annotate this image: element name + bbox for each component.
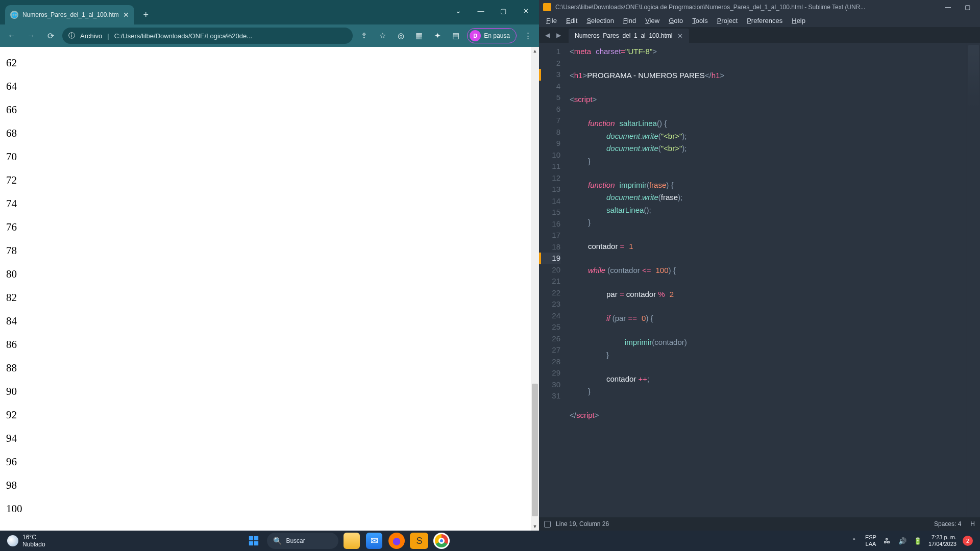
- firefox-button[interactable]: [387, 532, 406, 550]
- maximize-button[interactable]: ▢: [492, 3, 514, 18]
- history-back-icon[interactable]: ◀: [542, 30, 552, 40]
- tab-history-nav: ◀ ▶: [539, 28, 567, 43]
- scroll-up-icon[interactable]: ▲: [531, 47, 539, 55]
- editor-tab[interactable]: Numeros_Pares_del_1_al_100.html ✕: [569, 29, 689, 43]
- tabs-dropdown-icon[interactable]: ⌄: [447, 3, 470, 18]
- mail-app-button[interactable]: ✉: [365, 532, 383, 550]
- line-number[interactable]: 7: [539, 115, 560, 127]
- svg-rect-0: [249, 536, 253, 540]
- weather-widget[interactable]: 16°C Nublado: [0, 534, 45, 548]
- line-number[interactable]: 10: [539, 149, 560, 161]
- menu-tools[interactable]: Tools: [688, 15, 712, 26]
- menu-help[interactable]: Help: [788, 15, 810, 26]
- line-number[interactable]: 16: [539, 218, 560, 230]
- back-button[interactable]: ←: [4, 28, 19, 43]
- minimap[interactable]: [967, 43, 980, 517]
- st-maximize-button[interactable]: ▢: [959, 2, 976, 13]
- language-indicator[interactable]: ESP LAA: [865, 534, 876, 547]
- line-number[interactable]: 13: [539, 184, 560, 195]
- line-number[interactable]: 15: [539, 207, 560, 218]
- code-area[interactable]: <meta charset="UTF-8"> <h1>PROGRAMA - NU…: [566, 43, 967, 517]
- line-number[interactable]: 20: [539, 264, 560, 276]
- browser-tab[interactable]: 🌐 Numeros_Pares_del_1_al_100.htm ✕: [5, 5, 134, 24]
- address-bar[interactable]: ⓘ Archivo | C:/Users/lilbe/Downloads/ONE…: [62, 28, 353, 44]
- menu-find[interactable]: Find: [619, 15, 640, 26]
- line-number[interactable]: 9: [539, 138, 560, 149]
- menu-goto[interactable]: Goto: [665, 15, 687, 26]
- line-gutter[interactable]: 1234567891011121314151617181920212223242…: [539, 43, 566, 517]
- close-window-button[interactable]: ✕: [514, 3, 537, 18]
- taskbar-search[interactable]: 🔍 Buscar: [267, 533, 338, 549]
- minimize-button[interactable]: —: [470, 3, 492, 18]
- profile-button[interactable]: D En pausa: [467, 28, 517, 43]
- history-forward-icon[interactable]: ▶: [553, 30, 564, 40]
- start-button[interactable]: [244, 532, 263, 550]
- bookmark-icon[interactable]: ☆: [375, 29, 389, 43]
- page-scrollbar[interactable]: ▲ ▼: [531, 47, 539, 531]
- status-panel-icon[interactable]: [544, 521, 551, 528]
- share-icon[interactable]: ⇪: [357, 29, 371, 43]
- line-number[interactable]: 5: [539, 92, 560, 104]
- sublime-taskbar-button[interactable]: S: [410, 532, 428, 550]
- editor-tab-close-icon[interactable]: ✕: [677, 32, 683, 40]
- line-number[interactable]: 31: [539, 390, 560, 402]
- line-number[interactable]: 30: [539, 379, 560, 391]
- battery-icon[interactable]: 🔋: [913, 536, 922, 545]
- line-number[interactable]: 17: [539, 230, 560, 241]
- forward-button[interactable]: →: [23, 28, 39, 43]
- page-viewport: 6264666870727476788082848688909294969810…: [0, 47, 539, 531]
- lang-bottom: LAA: [865, 541, 876, 547]
- line-number[interactable]: 8: [539, 127, 560, 138]
- line-number[interactable]: 18: [539, 241, 560, 253]
- st-minimize-button[interactable]: —: [939, 2, 957, 13]
- line-number[interactable]: 25: [539, 321, 560, 333]
- scroll-down-icon[interactable]: ▼: [531, 522, 539, 531]
- svg-rect-1: [254, 536, 258, 540]
- menu-file[interactable]: File: [542, 15, 561, 26]
- file-explorer-button[interactable]: [342, 532, 361, 550]
- extension-icon-1[interactable]: ◎: [394, 29, 408, 43]
- line-number[interactable]: 23: [539, 298, 560, 310]
- line-number[interactable]: 6: [539, 104, 560, 115]
- sidepanel-icon[interactable]: ▤: [449, 29, 463, 43]
- new-tab-button[interactable]: +: [138, 7, 154, 22]
- line-number[interactable]: 3: [539, 69, 560, 81]
- line-number[interactable]: 27: [539, 344, 560, 356]
- line-number[interactable]: 11: [539, 161, 560, 172]
- line-number[interactable]: 21: [539, 276, 560, 287]
- line-number[interactable]: 19: [539, 253, 560, 264]
- menu-edit[interactable]: Edit: [562, 15, 581, 26]
- notifications-button[interactable]: 2: [963, 536, 973, 546]
- tab-close-icon[interactable]: ✕: [123, 11, 129, 19]
- line-number[interactable]: 26: [539, 333, 560, 345]
- weather-desc: Nublado: [22, 541, 45, 548]
- menu-selection[interactable]: Selection: [582, 15, 618, 26]
- line-number[interactable]: 4: [539, 81, 560, 92]
- status-indent[interactable]: Spaces: 4: [934, 520, 961, 528]
- reload-button[interactable]: ⟳: [43, 28, 58, 43]
- menu-preferences[interactable]: Preferences: [743, 15, 787, 26]
- site-info-icon[interactable]: ⓘ: [68, 31, 75, 40]
- line-number[interactable]: 2: [539, 58, 560, 69]
- sublime-menubar: FileEditSelectionFindViewGotoToolsProjec…: [539, 14, 980, 28]
- line-number[interactable]: 29: [539, 367, 560, 379]
- volume-icon[interactable]: 🔊: [898, 536, 907, 545]
- status-syntax[interactable]: H: [970, 520, 975, 528]
- scroll-thumb[interactable]: [532, 384, 538, 516]
- chrome-taskbar-button[interactable]: [432, 532, 451, 550]
- kebab-menu-icon[interactable]: ⋮: [521, 29, 535, 43]
- menu-project[interactable]: Project: [713, 15, 742, 26]
- network-icon[interactable]: 🖧: [883, 536, 892, 545]
- extensions-icon[interactable]: ✦: [430, 29, 445, 43]
- globe-icon: 🌐: [10, 11, 18, 19]
- tray-chevron-icon[interactable]: ˄: [850, 536, 859, 545]
- extension-icon-2[interactable]: ▦: [412, 29, 426, 43]
- line-number[interactable]: 24: [539, 310, 560, 322]
- line-number[interactable]: 28: [539, 356, 560, 368]
- line-number[interactable]: 12: [539, 172, 560, 184]
- menu-view[interactable]: View: [641, 15, 664, 26]
- line-number[interactable]: 14: [539, 195, 560, 207]
- line-number[interactable]: 22: [539, 287, 560, 299]
- line-number[interactable]: 1: [539, 46, 560, 58]
- clock[interactable]: 7:23 p. m. 17/04/2023: [928, 534, 957, 547]
